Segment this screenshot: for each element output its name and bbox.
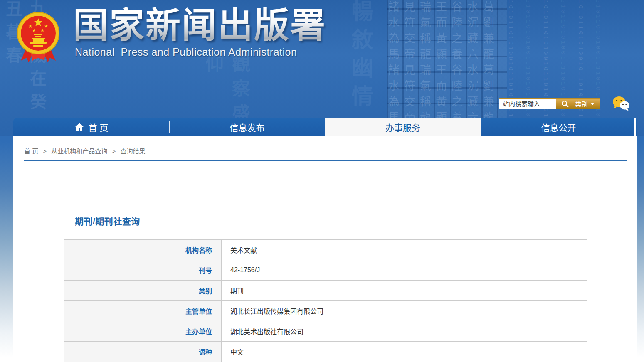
row-label: 语种: [64, 342, 222, 362]
search-category-dropdown[interactable]: 类别: [575, 99, 594, 108]
result-table: 机构名称 美术文献 刊号 42-1756/J 类别 期刊 主管单位 湖北长江出版…: [64, 239, 587, 362]
nav-divider: [169, 121, 170, 133]
national-emblem-logo: [15, 9, 62, 64]
table-row: 语种 中文: [64, 342, 587, 362]
row-label: 刊号: [64, 260, 222, 281]
table-row: 刊号 42-1756/J: [64, 260, 587, 281]
row-value: 期刊: [222, 281, 587, 301]
main-nav: 首 页 信息发布 办事服务 信息公开: [13, 118, 637, 136]
wechat-icon[interactable]: [612, 96, 631, 114]
nav-tab-services[interactable]: 办事服务: [325, 118, 481, 136]
search-divider: [572, 101, 572, 107]
breadcrumb: 首 页 > 从业机构和产品查询 > 查询结果: [24, 146, 145, 155]
row-value: 湖北长江出版传媒集团有限公司: [222, 301, 587, 321]
table-row: 主办单位 湖北美术出版社有限公司: [64, 321, 587, 342]
search-input[interactable]: [499, 99, 556, 109]
chevron-down-icon: [590, 103, 595, 105]
content-panel: 首 页 > 从业机构和产品查询 > 查询结果 期刊/期刊社查询 机构名称 美术文…: [13, 136, 637, 362]
nav-tab-label: 首 页: [89, 121, 109, 133]
breadcrumb-separator: >: [43, 148, 47, 155]
category-label: 类别: [575, 99, 587, 108]
site-header: 九年歲在癸丑暮春 觀察盛仰 暢敘幽情 諸見瑞王谷水葛水符氣而陸沉劉為交稱黃之藏兼…: [0, 0, 644, 136]
site-title-block: 国家新闻出版署 National Press and Publication A…: [73, 7, 326, 58]
row-value: 湖北美术出版社有限公司: [222, 321, 587, 342]
nav-tab-label: 信息公开: [541, 121, 576, 133]
nav-right-bar: [634, 118, 636, 136]
site-title: 国家新闻出版署: [73, 7, 326, 44]
movable-type-pattern: 諸見瑞王谷水葛水符氣而陸沉劉為交稱黃之藏兼馬帝龍顯養六龍諸見瑞王谷水葛水符氣而陸…: [387, 0, 507, 136]
table-row: 主管单位 湖北长江出版传媒集团有限公司: [64, 301, 587, 321]
nav-tab-home[interactable]: 首 页: [13, 118, 169, 136]
row-label: 类别: [64, 281, 222, 301]
search-controls: 类别: [556, 99, 600, 109]
nav-tab-label: 办事服务: [385, 121, 420, 133]
binary-pattern: 10101101010010110101101001011010110101 1…: [503, 0, 644, 136]
breadcrumb-home[interactable]: 首 页: [24, 148, 38, 155]
nav-tab-label: 信息发布: [230, 121, 265, 133]
search-icon[interactable]: [561, 100, 569, 108]
nav-tab-info-disclosure[interactable]: 信息公开: [481, 118, 637, 136]
breadcrumb-current: 查询结果: [120, 148, 145, 155]
row-label: 机构名称: [64, 240, 222, 260]
nav-tab-info-release[interactable]: 信息发布: [169, 118, 325, 136]
breadcrumb-underline: [24, 160, 627, 161]
site-search: 类别: [499, 98, 600, 109]
breadcrumb-separator: >: [112, 148, 116, 155]
site-subtitle: National Press and Publication Administr…: [75, 46, 326, 58]
row-value: 42-1756/J: [222, 260, 587, 281]
row-value: 中文: [222, 342, 587, 362]
page: 九年歲在癸丑暮春 觀察盛仰 暢敘幽情 諸見瑞王谷水葛水符氣而陸沉劉為交稱黃之藏兼…: [0, 0, 644, 362]
row-label: 主管单位: [64, 301, 222, 321]
home-icon: [74, 123, 84, 132]
table-row: 机构名称 美术文献: [64, 240, 587, 260]
breadcrumb-query[interactable]: 从业机构和产品查询: [51, 148, 107, 155]
row-value: 美术文献: [222, 240, 587, 260]
row-label: 主办单位: [64, 321, 222, 342]
page-title: 期刊/期刊社查询: [75, 214, 140, 227]
table-row: 类别 期刊: [64, 281, 587, 301]
